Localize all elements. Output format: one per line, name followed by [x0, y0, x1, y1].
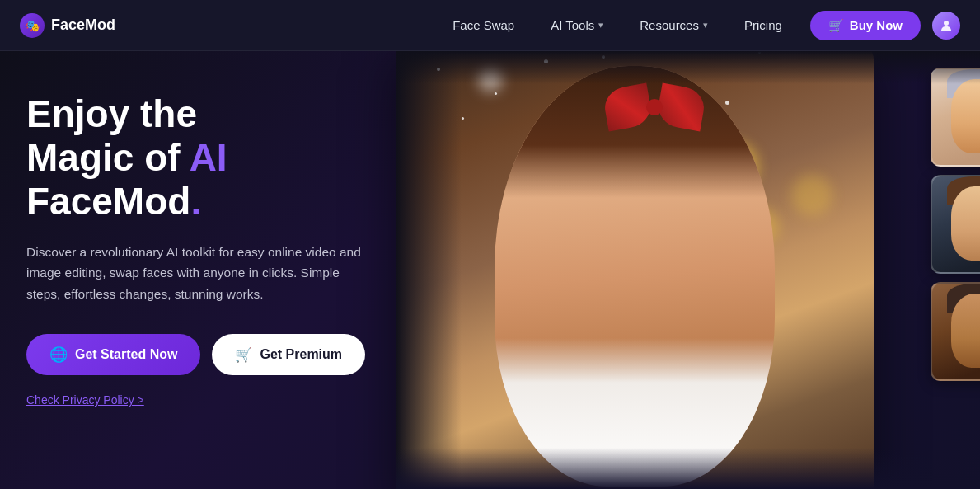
- nav-link-faceswap[interactable]: Face Swap: [438, 13, 529, 37]
- hero-content: Enjoy the Magic of AI FaceMod. Discover …: [0, 51, 396, 489]
- navigation: 🎭 FaceMod Face Swap AI Tools ▾ Resources…: [0, 0, 980, 51]
- bow-hat: [605, 74, 704, 140]
- cart-icon: 🛒: [828, 18, 844, 33]
- hero-image-area: [396, 51, 980, 489]
- bokeh-light: [791, 175, 832, 216]
- nav-link-pricing[interactable]: Pricing: [729, 13, 797, 37]
- nav-links: Face Swap AI Tools ▾ Resources ▾ Pricing: [438, 13, 797, 37]
- snow-particle: [495, 92, 497, 95]
- thumbnail-3[interactable]: [931, 282, 980, 381]
- hero-buttons: 🌐 Get Started Now 🛒 Get Premium: [26, 334, 369, 375]
- chevron-down-icon: ▾: [598, 20, 603, 31]
- svg-point-0: [944, 21, 949, 26]
- thumbnail-2[interactable]: [931, 175, 980, 274]
- logo[interactable]: 🎭 FaceMod: [20, 13, 115, 38]
- girl-face: [495, 66, 775, 487]
- hero-description: Discover a revolutionary AI toolkit for …: [26, 242, 369, 305]
- logo-text: FaceMod: [51, 16, 115, 34]
- hero-section: Enjoy the Magic of AI FaceMod. Discover …: [0, 51, 980, 489]
- get-started-button[interactable]: 🌐 Get Started Now: [26, 334, 200, 375]
- buy-now-button[interactable]: 🛒 Buy Now: [810, 11, 921, 40]
- facemod-text: FaceMod: [26, 180, 190, 223]
- nav-link-aitools[interactable]: AI Tools ▾: [536, 13, 618, 37]
- globe-icon: 🌐: [49, 346, 68, 364]
- left-fade: [396, 51, 462, 489]
- bottom-fade: [396, 448, 980, 489]
- hero-title: Enjoy the Magic of AI FaceMod.: [26, 92, 369, 223]
- logo-icon: 🎭: [20, 13, 45, 38]
- top-fade: [396, 51, 980, 84]
- nav-link-resources[interactable]: Resources ▾: [625, 13, 723, 37]
- get-premium-button[interactable]: 🛒 Get Premium: [212, 334, 365, 375]
- main-hero-image: [396, 51, 874, 489]
- ai-highlight: AI: [190, 136, 227, 179]
- thumbnail-sidebar: [931, 68, 980, 381]
- cart-icon: 🛒: [235, 346, 252, 364]
- user-avatar[interactable]: [932, 12, 960, 40]
- privacy-policy-link[interactable]: Check Privacy Policy >: [26, 393, 369, 407]
- chevron-down-icon: ▾: [703, 20, 708, 31]
- snow-particle: [462, 117, 464, 120]
